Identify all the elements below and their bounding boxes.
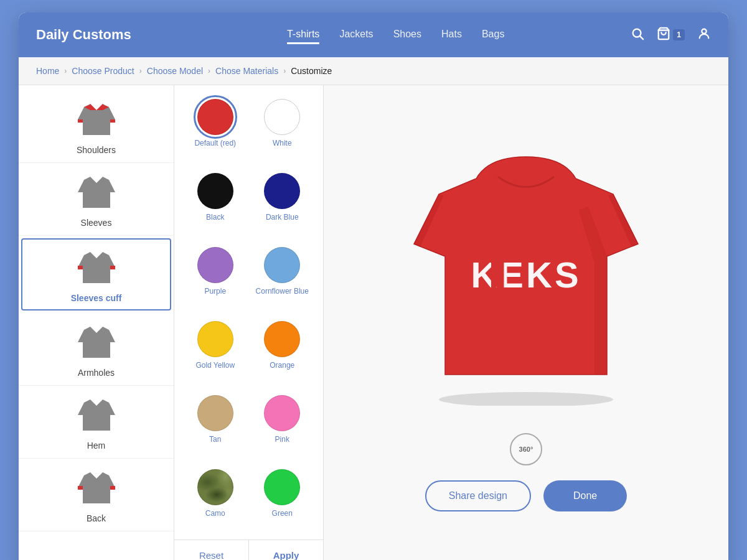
part-label-back: Back: [87, 513, 106, 523]
color-pink[interactable]: Pink: [249, 386, 316, 460]
nav-tshirts[interactable]: T-shirts: [287, 26, 319, 44]
color-black[interactable]: Black: [182, 164, 249, 238]
color-dark-blue[interactable]: Dark Blue: [249, 164, 316, 238]
part-item-hem[interactable]: Hem: [19, 386, 174, 459]
color-actions: Reset Apply: [174, 539, 323, 560]
part-label-armholes: Armholes: [78, 368, 115, 378]
color-camo[interactable]: Camo: [182, 460, 249, 534]
color-swatch-black: [197, 173, 233, 209]
breadcrumb-sep-3: ›: [208, 67, 210, 75]
color-swatch-gold-yellow: [197, 321, 233, 357]
color-label-gold-yellow: Gold Yellow: [195, 361, 235, 370]
color-label-pink: Pink: [275, 435, 289, 444]
svg-marker-5: [78, 119, 83, 123]
part-item-armholes[interactable]: Armholes: [19, 313, 174, 386]
part-item-sleeves-cuff[interactable]: Sleeves cuff: [21, 238, 171, 310]
color-label-white: White: [273, 139, 292, 147]
share-design-button[interactable]: Share design: [425, 480, 531, 511]
color-grid: Default (red) White Black Dark Blue: [174, 85, 323, 539]
tshirt-preview: KEKS: [402, 144, 651, 418]
svg-marker-13: [78, 327, 115, 358]
color-swatch-cornflower-blue: [264, 247, 300, 283]
color-default-red[interactable]: Default (red): [182, 90, 249, 164]
cart-icon: [657, 27, 670, 44]
part-item-back[interactable]: Back: [19, 459, 174, 531]
svg-marker-15: [78, 472, 115, 503]
svg-marker-14: [78, 399, 115, 431]
main-nav: T-shirts Jackets Shoes Hats Bags: [161, 26, 631, 44]
color-swatch-purple: [197, 247, 233, 283]
color-panel: Default (red) White Black Dark Blue: [174, 85, 324, 560]
color-label-camo: Camo: [205, 509, 225, 518]
breadcrumb-customize: Customize: [291, 66, 332, 76]
parts-panel: Shoulders Sleeves Sleeves cuff: [19, 85, 174, 560]
part-label-shoulders: Shoulders: [77, 145, 116, 155]
color-swatch-dark-blue: [264, 173, 300, 209]
color-swatch-camo: [197, 469, 233, 505]
reset-button[interactable]: Reset: [174, 540, 249, 560]
part-item-shoulders[interactable]: Shoulders: [19, 90, 174, 163]
color-swatch-tan: [197, 395, 233, 431]
breadcrumb-home[interactable]: Home: [36, 66, 59, 76]
color-label-orange: Orange: [270, 361, 294, 370]
part-item-sleeves[interactable]: Sleeves: [19, 163, 174, 236]
cart-wrapper[interactable]: 1: [657, 27, 685, 44]
color-label-cornflower-blue: Cornflower Blue: [256, 287, 309, 296]
part-label-hem: Hem: [87, 441, 106, 450]
rotate-label: 360°: [519, 446, 533, 453]
header-icons: 1: [631, 27, 711, 44]
color-purple[interactable]: Purple: [182, 238, 249, 312]
color-label-green: Green: [272, 509, 293, 518]
color-label-tan: Tan: [209, 435, 221, 444]
color-gold-yellow[interactable]: Gold Yellow: [182, 312, 249, 386]
nav-jackets[interactable]: Jackets: [339, 26, 373, 44]
svg-marker-6: [110, 119, 115, 123]
color-label-dark-blue: Dark Blue: [266, 213, 299, 222]
svg-marker-9: [78, 177, 115, 208]
svg-marker-16: [78, 486, 83, 490]
svg-point-3: [702, 29, 706, 33]
color-white[interactable]: White: [249, 90, 316, 164]
color-label-red: Default (red): [194, 139, 236, 147]
nav-shoes[interactable]: Shoes: [393, 26, 421, 44]
color-swatch-orange: [264, 321, 300, 357]
breadcrumb: Home › Choose Product › Choose Model › C…: [19, 57, 728, 85]
svg-text:KEKS: KEKS: [471, 254, 581, 295]
breadcrumb-choose-model[interactable]: Choose Model: [147, 66, 203, 76]
svg-marker-4: [78, 104, 115, 135]
color-label-black: Black: [206, 213, 224, 222]
logo: Daily Customs: [36, 27, 161, 43]
svg-line-1: [640, 36, 643, 39]
app-window: Daily Customs T-shirts Jackets Shoes Hat…: [19, 12, 728, 560]
svg-marker-10: [78, 252, 115, 283]
color-green[interactable]: Green: [249, 460, 316, 534]
nav-bags[interactable]: Bags: [482, 26, 504, 44]
user-icon[interactable]: [697, 27, 711, 44]
main-content: Shoulders Sleeves Sleeves cuff: [19, 85, 728, 560]
color-label-purple: Purple: [204, 287, 226, 296]
color-swatch-pink: [264, 395, 300, 431]
breadcrumb-sep-4: ›: [283, 67, 286, 75]
done-button[interactable]: Done: [543, 480, 627, 511]
search-icon[interactable]: [631, 27, 644, 44]
preview-actions: Share design Done: [425, 480, 627, 511]
apply-button[interactable]: Apply: [249, 540, 323, 560]
breadcrumb-sep-2: ›: [139, 67, 142, 75]
color-orange[interactable]: Orange: [249, 312, 316, 386]
breadcrumb-chose-materials[interactable]: Chose Materials: [215, 66, 278, 76]
rotate-360-button[interactable]: 360°: [510, 433, 542, 465]
part-label-sleeves-cuff: Sleeves cuff: [71, 293, 122, 303]
color-tan[interactable]: Tan: [182, 386, 249, 460]
color-swatch-red: [197, 99, 233, 135]
nav-hats[interactable]: Hats: [441, 26, 462, 44]
cart-badge: 1: [673, 29, 685, 40]
breadcrumb-sep-1: ›: [64, 67, 67, 75]
svg-point-18: [439, 392, 613, 406]
color-swatch-green: [264, 469, 300, 505]
header: Daily Customs T-shirts Jackets Shoes Hat…: [19, 12, 728, 57]
color-cornflower-blue[interactable]: Cornflower Blue: [249, 238, 316, 312]
breadcrumb-choose-product[interactable]: Choose Product: [72, 66, 134, 76]
logo-text-daily: Daily Customs: [36, 27, 131, 43]
part-label-sleeves: Sleeves: [81, 218, 112, 228]
svg-marker-17: [110, 486, 115, 490]
